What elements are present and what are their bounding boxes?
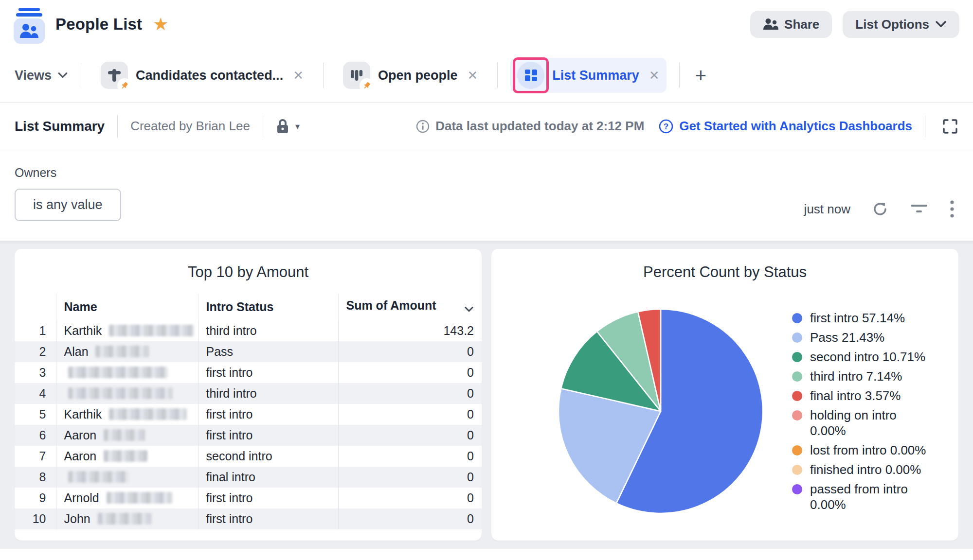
col-sum-of-amount[interactable]: Sum of Amount — [338, 294, 482, 320]
status-pie-card: Percent Count by Status first intro 57.1… — [491, 249, 958, 541]
tab-list-summary[interactable]: List Summary ✕ — [510, 58, 666, 93]
divider — [925, 115, 925, 138]
legend-item[interactable]: third intro 7.14% — [792, 368, 928, 384]
info-icon — [416, 120, 430, 133]
divider — [117, 115, 118, 138]
more-options-button[interactable] — [950, 200, 955, 218]
view-sub-header: List Summary Created by Brian Lee ▾ Data… — [0, 103, 973, 150]
privacy-dropdown[interactable]: ▾ — [276, 119, 300, 134]
get-started-link[interactable]: ? Get Started with Analytics Dashboards — [659, 119, 912, 134]
sort-chevron-down-icon[interactable] — [464, 301, 474, 315]
view-title: List Summary — [15, 119, 105, 134]
list-options-button[interactable]: List Options — [843, 11, 959, 38]
close-icon[interactable]: ✕ — [467, 68, 478, 83]
legend-item[interactable]: Pass 21.43% — [792, 330, 928, 345]
redacted-name — [104, 450, 147, 462]
kanban-pin-icon — [343, 62, 370, 89]
refresh-button[interactable] — [872, 201, 888, 217]
legend-label: second intro 10.71% — [810, 349, 925, 365]
pin-badge-icon — [360, 78, 374, 93]
redacted-name — [104, 429, 145, 441]
svg-text:?: ? — [664, 122, 668, 131]
top10-table: Name Intro Status Sum of Amount 1Karthik… — [15, 294, 482, 529]
last-refreshed-text: just now — [804, 202, 850, 217]
question-icon: ? — [659, 119, 673, 134]
fullscreen-button[interactable] — [942, 118, 958, 135]
redacted-name — [109, 325, 194, 336]
redacted-name — [107, 492, 172, 504]
caret-down-icon: ▾ — [295, 121, 300, 132]
chevron-down-icon — [935, 20, 947, 28]
table-row[interactable]: 1Karthik third intro143.2 — [15, 320, 482, 341]
pie-chart — [556, 306, 766, 516]
divider — [263, 115, 263, 138]
legend-label: third intro 7.14% — [810, 368, 902, 384]
legend-label: Pass 21.43% — [810, 330, 884, 345]
owners-filter-value[interactable]: is any value — [15, 189, 121, 221]
share-button[interactable]: Share — [750, 11, 832, 38]
fullscreen-icon — [942, 118, 958, 135]
pie-card-title: Percent Count by Status — [491, 263, 958, 281]
legend-dot-icon — [792, 465, 802, 475]
table-row[interactable]: 4third intro0 — [15, 383, 482, 404]
divider — [323, 63, 324, 88]
legend-item[interactable]: lost from intro 0.00% — [792, 442, 928, 458]
legend-item[interactable]: first intro 57.14% — [792, 310, 928, 326]
lock-icon — [276, 119, 289, 134]
kebab-menu-icon — [950, 200, 955, 218]
filter-lines-icon — [910, 203, 928, 215]
table-row[interactable]: 5Karthik first intro0 — [15, 404, 482, 425]
col-name[interactable]: Name — [56, 294, 198, 320]
people-icon — [19, 23, 39, 39]
close-icon[interactable]: ✕ — [293, 68, 304, 83]
legend-item[interactable]: passed from intro 0.00% — [792, 481, 928, 512]
table-row[interactable]: 6Aaron first intro0 — [15, 425, 482, 446]
filter-pin-icon — [101, 62, 128, 89]
divider — [81, 63, 81, 88]
top10-card: Top 10 by Amount Name Intro Status Sum o… — [15, 249, 482, 541]
table-row[interactable]: 3first intro0 — [15, 362, 482, 383]
tab-open-people[interactable]: Open people ✕ — [336, 58, 485, 93]
table-row[interactable]: 2Alan Pass0 — [15, 341, 482, 362]
legend-dot-icon — [792, 391, 802, 401]
redacted-name — [109, 408, 187, 420]
chevron-down-icon — [57, 72, 68, 79]
legend-item[interactable]: finished intro 0.00% — [792, 462, 928, 477]
col-intro-status[interactable]: Intro Status — [198, 294, 338, 320]
legend-dot-icon — [792, 313, 802, 323]
legend-dot-icon — [792, 371, 802, 382]
legend-item[interactable]: final intro 3.57% — [792, 388, 928, 403]
refresh-icon — [872, 201, 888, 217]
filter-button[interactable] — [910, 203, 928, 215]
add-view-button[interactable]: + — [692, 66, 709, 85]
legend-label: finished intro 0.00% — [810, 462, 921, 477]
legend-dot-icon — [792, 484, 802, 494]
owners-filter-label: Owners — [15, 166, 958, 180]
redacted-name — [68, 367, 168, 378]
created-by-text: Created by Brian Lee — [130, 119, 250, 134]
table-row[interactable]: 9Arnold first intro0 — [15, 488, 482, 508]
pie-legend: first intro 57.14%Pass 21.43%second intr… — [792, 310, 928, 516]
close-icon[interactable]: ✕ — [649, 68, 660, 83]
share-people-icon — [763, 18, 778, 31]
dashboard-icon — [517, 62, 544, 89]
legend-dot-icon — [792, 352, 802, 362]
redacted-name — [98, 513, 151, 525]
tab-candidates-contacted[interactable]: Candidates contacted... ✕ — [94, 58, 310, 93]
legend-item[interactable]: holding on intro 0.00% — [792, 407, 928, 438]
legend-dot-icon — [792, 445, 802, 455]
legend-label: first intro 57.14% — [810, 310, 905, 326]
legend-label: holding on intro 0.00% — [810, 407, 928, 438]
favorite-star-icon[interactable]: ★ — [153, 16, 168, 33]
table-row[interactable]: 10John first intro0 — [15, 508, 482, 529]
table-row[interactable]: 7Aaron second intro0 — [15, 446, 482, 467]
legend-label: passed from intro 0.00% — [810, 481, 928, 512]
legend-item[interactable]: second intro 10.71% — [792, 349, 928, 365]
redacted-name — [68, 471, 129, 483]
views-tab-bar: Views — [0, 49, 973, 103]
table-row[interactable]: 8final intro0 — [15, 467, 482, 488]
table-card-title: Top 10 by Amount — [15, 263, 482, 281]
views-dropdown[interactable]: Views — [15, 68, 68, 83]
redacted-name — [68, 387, 173, 399]
legend-label: final intro 3.57% — [810, 388, 901, 403]
